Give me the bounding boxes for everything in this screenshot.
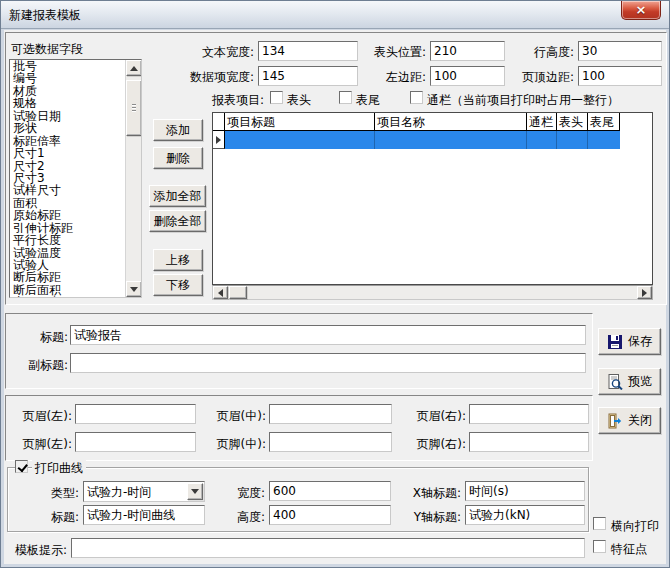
field-list-item[interactable]: 引伸计标距 [11,222,125,234]
exit-door-icon [607,413,623,429]
item-width-label: 数据项宽度: [148,69,254,86]
top-margin-input[interactable] [578,66,662,86]
remove-all-button[interactable]: 删除全部 [149,210,206,232]
field-list-item[interactable]: 尺寸2 [11,160,125,172]
field-list-item[interactable]: 标距倍率 [11,135,125,147]
curve-type-dropdown[interactable]: 试验力-时间 [83,481,205,502]
row-height-input[interactable] [578,41,662,61]
grid-column-header[interactable]: 表头 [557,113,588,131]
grid-column-header[interactable]: 项目标题 [225,113,375,131]
header-left-input[interactable] [75,404,196,424]
field-list-item[interactable]: 尺寸1 [11,147,125,159]
field-list-item[interactable]: 原始标距 [11,209,125,221]
left-margin-label: 左边距: [342,69,426,86]
curve-width-input[interactable] [269,481,391,501]
landscape-print-label: 横向打印 [611,518,659,535]
curve-height-input[interactable] [269,505,391,525]
preview-button-label: 预览 [628,373,652,390]
template-hint-input[interactable] [71,538,585,558]
report-subtitle-input[interactable] [70,353,586,373]
grid-column-header[interactable]: 表尾 [588,113,620,131]
field-list-item[interactable]: 批号 [11,60,125,72]
feature-points-checkbox[interactable] [593,540,606,553]
field-list-item[interactable]: 试验日期 [11,110,125,122]
landscape-print-checkbox[interactable] [593,517,606,530]
header-pos-input[interactable] [430,41,505,61]
scroll-right-button[interactable] [637,286,652,299]
field-list-item[interactable]: 上屈服力 [11,296,125,297]
curve-title-input[interactable] [83,505,205,525]
footer-center-input[interactable] [269,432,392,452]
curve-xaxis-input[interactable] [465,481,585,501]
table-footer-checkbox[interactable] [339,91,352,104]
dropdown-arrow-button[interactable] [187,483,203,500]
grid-selected-row[interactable] [213,131,652,149]
grid-cell[interactable] [527,131,557,149]
footer-right-input[interactable] [469,432,589,452]
footer-right-label: 页脚(右): [404,436,466,453]
text-width-label: 文本宽度: [148,44,254,61]
scroll-down-button[interactable] [126,281,142,297]
row-indicator-icon [213,131,225,149]
header-center-input[interactable] [269,404,392,424]
remove-button[interactable]: 删除 [153,147,203,169]
close-dialog-button[interactable]: 关闭 [598,407,661,434]
save-button[interactable]: 保存 [598,328,661,355]
move-down-button[interactable]: 下移 [153,274,203,296]
arrow-right-icon [642,289,647,297]
scroll-up-button[interactable] [126,60,142,76]
save-button-label: 保存 [628,333,652,350]
available-fields-list[interactable]: 批号编号材质规格试验日期形状标距倍率尺寸1尺寸2尺寸3试样尺寸面积原始标距引伸计… [9,59,142,298]
grid-column-header[interactable]: 通栏 [527,113,557,131]
field-list-item[interactable]: 尺寸3 [11,172,125,184]
table-header-checkbox[interactable] [270,91,283,104]
header-right-input[interactable] [469,404,589,424]
field-list-item[interactable]: 面积 [11,197,125,209]
left-margin-input[interactable] [430,66,505,86]
grid-cell[interactable] [557,131,588,149]
field-list-item[interactable]: 形状 [11,122,125,134]
close-icon: × [622,2,660,17]
header-footer-panel: 页眉(左): 页眉(中): 页眉(右): 页脚(左): 页脚(中): 页脚(右)… [5,395,593,461]
chevron-down-icon [191,489,199,494]
title-bar[interactable]: 新建报表模板 × [1,1,669,29]
field-list-item[interactable]: 编号 [11,72,125,84]
fields-list-vscrollbar[interactable] [125,60,141,297]
move-up-button[interactable]: 上移 [153,249,203,271]
template-hint-label: 模板提示: [9,542,67,559]
footer-center-label: 页脚(中): [206,436,266,453]
field-list-item[interactable]: 试样尺寸 [11,184,125,196]
preview-button[interactable]: 预览 [598,368,661,395]
field-list-item[interactable]: 断后面积 [11,284,125,296]
grid-cell[interactable] [588,131,620,149]
add-all-button[interactable]: 添加全部 [149,185,206,207]
close-button[interactable]: × [621,1,661,20]
field-list-item[interactable]: 试验人 [11,259,125,271]
scroll-thumb[interactable] [126,80,142,136]
full-row-checkbox[interactable] [410,91,423,104]
grid-cell[interactable] [225,131,375,149]
curve-height-label: 高度: [223,509,265,526]
field-list-item[interactable]: 材质 [11,85,125,97]
feature-points-label: 特征点 [611,541,647,558]
footer-left-input[interactable] [75,432,196,452]
report-title-label: 标题: [20,329,68,346]
grid-column-header[interactable]: 项目名称 [375,113,527,131]
report-title-input[interactable] [70,325,586,345]
curve-yaxis-input[interactable] [465,505,585,525]
print-curve-group-label: 打印曲线 [32,460,86,477]
field-list-item[interactable]: 试验温度 [11,247,125,259]
grid-hscrollbar[interactable] [212,285,653,300]
report-items-grid[interactable]: 项目标题项目名称通栏表头表尾 [212,112,653,285]
scroll-left-button[interactable] [213,286,228,299]
add-button[interactable]: 添加 [153,119,203,141]
field-list-item[interactable]: 规格 [11,97,125,109]
field-list-item[interactable]: 断后标距 [11,271,125,283]
print-curve-checkbox[interactable] [15,460,28,473]
field-list-item[interactable]: 平行长度 [11,234,125,246]
row-height-label: 行高度: [502,44,574,61]
grid-indicator-header[interactable] [213,113,225,131]
window-title: 新建报表模板 [9,7,81,24]
grid-cell[interactable] [375,131,527,149]
hscroll-thumb[interactable] [229,286,247,299]
